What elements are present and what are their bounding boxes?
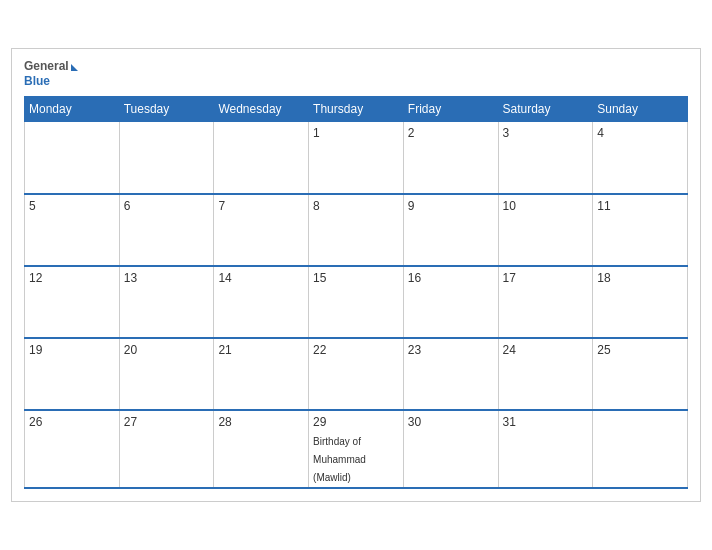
day-number: 18 — [597, 271, 683, 285]
day-number: 15 — [313, 271, 399, 285]
calendar-cell: 5 — [25, 194, 120, 266]
col-header-monday: Monday — [25, 97, 120, 122]
day-number: 5 — [29, 199, 115, 213]
day-number: 11 — [597, 199, 683, 213]
calendar-cell: 30 — [403, 410, 498, 488]
calendar-cell: 19 — [25, 338, 120, 410]
col-header-friday: Friday — [403, 97, 498, 122]
calendar-cell — [214, 122, 309, 194]
day-number: 9 — [408, 199, 494, 213]
calendar-cell: 27 — [119, 410, 214, 488]
day-number: 29 — [313, 415, 399, 429]
calendar-cell: 11 — [593, 194, 688, 266]
calendar-cell: 1 — [309, 122, 404, 194]
calendar-container: GeneralBlue MondayTuesdayWednesdayThursd… — [11, 48, 701, 501]
day-number: 22 — [313, 343, 399, 357]
day-number: 12 — [29, 271, 115, 285]
calendar-cell: 24 — [498, 338, 593, 410]
day-number: 31 — [503, 415, 589, 429]
day-number: 26 — [29, 415, 115, 429]
calendar-cell — [593, 410, 688, 488]
day-number: 17 — [503, 271, 589, 285]
calendar-cell: 8 — [309, 194, 404, 266]
logo: GeneralBlue — [24, 59, 78, 88]
day-number: 10 — [503, 199, 589, 213]
day-number: 25 — [597, 343, 683, 357]
calendar-cell: 16 — [403, 266, 498, 338]
calendar-cell: 3 — [498, 122, 593, 194]
col-header-sunday: Sunday — [593, 97, 688, 122]
calendar-cell: 20 — [119, 338, 214, 410]
day-number: 1 — [313, 126, 399, 140]
calendar-cell: 25 — [593, 338, 688, 410]
day-number: 23 — [408, 343, 494, 357]
calendar-cell: 18 — [593, 266, 688, 338]
day-number: 21 — [218, 343, 304, 357]
calendar-cell — [25, 122, 120, 194]
day-number: 19 — [29, 343, 115, 357]
calendar-cell: 6 — [119, 194, 214, 266]
calendar-cell — [119, 122, 214, 194]
calendar-cell: 7 — [214, 194, 309, 266]
calendar-cell: 13 — [119, 266, 214, 338]
day-number: 27 — [124, 415, 210, 429]
week-row-4: 19202122232425 — [25, 338, 688, 410]
col-header-thursday: Thursday — [309, 97, 404, 122]
calendar-cell: 23 — [403, 338, 498, 410]
week-row-1: 1234 — [25, 122, 688, 194]
day-number: 2 — [408, 126, 494, 140]
day-number: 14 — [218, 271, 304, 285]
calendar-cell: 17 — [498, 266, 593, 338]
col-header-tuesday: Tuesday — [119, 97, 214, 122]
day-number: 7 — [218, 199, 304, 213]
calendar-cell: 29Birthday of Muhammad (Mawlid) — [309, 410, 404, 488]
day-number: 28 — [218, 415, 304, 429]
calendar-cell: 15 — [309, 266, 404, 338]
day-number: 24 — [503, 343, 589, 357]
day-number: 6 — [124, 199, 210, 213]
calendar-header-row: MondayTuesdayWednesdayThursdayFridaySatu… — [25, 97, 688, 122]
calendar-cell: 10 — [498, 194, 593, 266]
logo-triangle-icon — [71, 64, 78, 71]
day-number: 4 — [597, 126, 683, 140]
day-number: 13 — [124, 271, 210, 285]
day-number: 8 — [313, 199, 399, 213]
logo-general-text: General — [24, 59, 69, 73]
calendar-cell: 4 — [593, 122, 688, 194]
week-row-2: 567891011 — [25, 194, 688, 266]
calendar-cell: 22 — [309, 338, 404, 410]
calendar-cell: 21 — [214, 338, 309, 410]
day-number: 3 — [503, 126, 589, 140]
calendar-cell: 12 — [25, 266, 120, 338]
calendar-cell: 2 — [403, 122, 498, 194]
calendar-cell: 14 — [214, 266, 309, 338]
calendar-cell: 26 — [25, 410, 120, 488]
calendar-cell: 31 — [498, 410, 593, 488]
calendar-cell: 28 — [214, 410, 309, 488]
day-number: 30 — [408, 415, 494, 429]
day-event: Birthday of Muhammad (Mawlid) — [313, 436, 366, 483]
calendar-header: GeneralBlue — [24, 59, 688, 88]
calendar-table: MondayTuesdayWednesdayThursdayFridaySatu… — [24, 96, 688, 489]
logo-blue-text: Blue — [24, 74, 50, 88]
calendar-cell: 9 — [403, 194, 498, 266]
day-number: 20 — [124, 343, 210, 357]
col-header-wednesday: Wednesday — [214, 97, 309, 122]
week-row-3: 12131415161718 — [25, 266, 688, 338]
col-header-saturday: Saturday — [498, 97, 593, 122]
day-number: 16 — [408, 271, 494, 285]
week-row-5: 26272829Birthday of Muhammad (Mawlid)303… — [25, 410, 688, 488]
